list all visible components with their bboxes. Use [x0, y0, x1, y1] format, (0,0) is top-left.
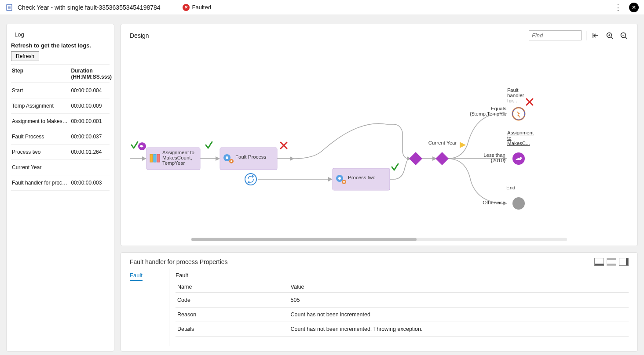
table-row: Fault handler for process00:00:00.003 — [11, 175, 110, 191]
svg-line-6 — [611, 37, 613, 39]
table-row: Temp Assignment00:00:00.009 — [11, 98, 110, 114]
node-process-two[interactable]: Process two — [333, 168, 390, 190]
close-button[interactable]: ✕ — [629, 3, 639, 12]
node-assignment-label: Assignment to MakesCount, TempYear — [162, 150, 200, 166]
document-icon — [5, 4, 13, 11]
gateway-1[interactable] — [409, 152, 422, 165]
log-heading: Log — [15, 31, 110, 38]
refresh-message: Refresh to get the latest logs. — [11, 42, 110, 49]
app-header: Check Year - with single fault-335363553… — [0, 0, 644, 15]
fault-properties-table: Name Value Code505 ReasonCount has not b… — [176, 281, 629, 337]
gateway-label: Current Year — [425, 140, 460, 145]
properties-title: Fault handler for process Properties — [130, 258, 594, 265]
fault-handler-node-icon[interactable] — [512, 108, 525, 120]
properties-panel: Fault handler for process Properties Fau… — [121, 252, 638, 351]
zoom-in-icon[interactable] — [605, 31, 615, 40]
end-node-icon[interactable] — [512, 197, 525, 210]
svg-point-36 — [338, 177, 341, 180]
assignment-makesc-link[interactable]: Assignment to MakesC... — [507, 130, 534, 146]
table-row: Code505 — [176, 293, 629, 308]
node-assignment[interactable]: Assignment to MakesCount, TempYear — [146, 148, 200, 170]
svg-rect-25 — [157, 154, 160, 162]
svg-point-30 — [231, 160, 232, 162]
design-title: Design — [130, 32, 524, 39]
node-process-two-label: Process two — [348, 175, 388, 180]
svg-rect-24 — [154, 154, 156, 162]
kebab-menu-icon[interactable]: ⋮ — [611, 3, 625, 12]
svg-rect-23 — [150, 154, 153, 162]
fault-section-title: Fault — [176, 272, 629, 279]
svg-marker-16 — [328, 177, 333, 181]
branch-equals-label: Equals {$temp.TempY... — [464, 106, 506, 116]
log-col-duration: Duration (HH:MM:SS.sss) — [70, 65, 110, 83]
faulted-icon: ✕ — [183, 4, 190, 11]
zoom-out-icon[interactable] — [619, 31, 629, 40]
table-row: Current Year — [11, 160, 110, 175]
status-text: Faulted — [192, 4, 211, 11]
node-fault-process-label: Fault Process — [235, 154, 276, 159]
svg-point-33 — [245, 174, 256, 185]
table-row: Start00:00:00.004 — [11, 83, 110, 98]
svg-marker-40 — [435, 152, 449, 165]
branch-lessthan-label: Less than {2010} — [478, 152, 505, 163]
layout-right-icon[interactable] — [619, 258, 629, 266]
log-panel: Log Refresh to get the latest logs. Refr… — [6, 24, 114, 351]
page-title: Check Year - with single fault-335363553… — [18, 4, 161, 11]
table-row: DetailsCount has not been incremented. T… — [176, 322, 629, 337]
layout-bottom-icon[interactable] — [594, 258, 604, 266]
log-table: Step Duration (HH:MM:SS.sss) Start00:00:… — [11, 65, 110, 191]
retry-node-icon[interactable] — [245, 174, 256, 185]
jump-node-icon[interactable] — [512, 152, 525, 165]
props-col-name: Name — [176, 281, 289, 293]
tab-fault[interactable]: Fault — [130, 272, 143, 281]
svg-point-38 — [343, 181, 345, 183]
svg-marker-13 — [216, 156, 220, 161]
log-col-step: Step — [11, 65, 70, 83]
svg-marker-14 — [290, 156, 294, 161]
properties-tabs: Fault — [130, 268, 169, 346]
table-row: ReasonCount has not been incremented — [176, 308, 629, 322]
svg-line-10 — [625, 37, 627, 39]
design-panel: Design — [121, 24, 638, 246]
gateway-2[interactable] — [435, 152, 449, 165]
end-label: End — [506, 185, 524, 190]
fit-start-icon[interactable] — [591, 31, 600, 40]
table-row: Fault Process00:00:00.037 — [11, 129, 110, 145]
node-fault-process[interactable]: Fault Process — [220, 148, 277, 170]
table-row: Process two00:00:01.264 — [11, 145, 110, 160]
svg-marker-39 — [409, 152, 422, 165]
status-area: ✕ Faulted — [183, 4, 211, 11]
find-input[interactable] — [529, 30, 582, 40]
flow-canvas[interactable]: Assignment to MakesCount, TempYear Fault… — [130, 49, 629, 235]
refresh-button[interactable]: Refresh — [11, 51, 39, 61]
props-col-value: Value — [289, 281, 629, 293]
svg-marker-41 — [460, 142, 466, 148]
layout-split-icon[interactable] — [607, 258, 616, 266]
svg-point-28 — [226, 156, 228, 159]
canvas-scrollbar[interactable] — [191, 238, 567, 241]
table-row: Assignment to MakesC...00:00:00.001 — [11, 114, 110, 129]
branch-otherwise-label: Otherwise — [477, 200, 505, 205]
svg-marker-12 — [142, 156, 146, 161]
layout-toggle — [594, 258, 629, 266]
